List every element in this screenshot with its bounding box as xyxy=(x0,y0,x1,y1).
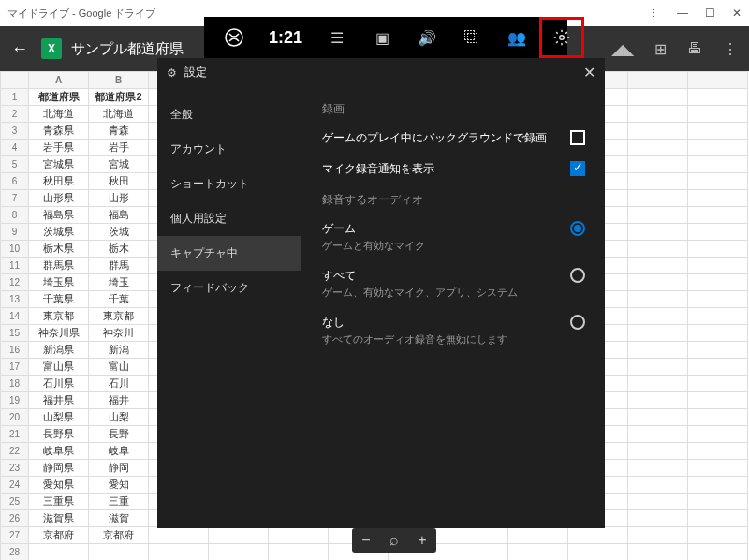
radio-sublabel: すべてのオーディオ録音を無効にします xyxy=(322,332,567,346)
capture-icon[interactable]: ▣ xyxy=(360,17,404,58)
back-arrow-icon[interactable]: ← xyxy=(11,39,28,59)
sheets-app-icon: X xyxy=(41,38,62,59)
print-icon[interactable]: 🖶 xyxy=(687,40,702,57)
settings-nav-item[interactable]: キャプチャ中 xyxy=(157,236,301,271)
gear-icon: ⚙ xyxy=(167,66,177,80)
overflow-menu-icon[interactable]: ⋮ xyxy=(723,40,738,58)
svg-point-0 xyxy=(226,29,242,46)
radio-option-all[interactable]: すべて ゲーム、有効なマイク、アプリ、システム xyxy=(322,268,588,300)
settings-gear-icon[interactable] xyxy=(539,17,584,58)
settings-nav-item[interactable]: 個人用設定 xyxy=(157,201,301,236)
panel-title: 設定 xyxy=(184,65,583,81)
more-icon[interactable]: ⋮ xyxy=(648,7,658,20)
drive-logo-icon[interactable]: ◢◣ xyxy=(611,40,634,58)
option-mic-notify[interactable]: マイク録音通知を表示 xyxy=(322,161,588,177)
xbox-social-icon[interactable]: 👥 xyxy=(494,17,539,58)
xbox-game-bar: 1:21 ☰ ▣ 🔊 ⿻ 👥 xyxy=(204,17,567,58)
section-audio: 録音するオーディオ xyxy=(322,192,588,208)
game-bar-settings-panel: ⚙ 設定 ✕ 全般アカウントショートカット個人用設定キャプチャ中フィードバック … xyxy=(157,58,605,528)
settings-nav-item[interactable]: ショートカット xyxy=(157,167,301,201)
settings-nav-item[interactable]: フィードバック xyxy=(157,271,301,305)
window-controls: ― ☐ ✕ xyxy=(677,7,742,20)
radio-sublabel: ゲーム、有効なマイク、アプリ、システム xyxy=(322,286,567,300)
radio-label: ゲーム xyxy=(322,221,567,237)
comment-icon[interactable]: ⊞ xyxy=(654,40,667,58)
close-panel-button[interactable]: ✕ xyxy=(583,64,595,81)
clock-time: 1:21 xyxy=(257,17,315,58)
checkbox-checked-icon[interactable] xyxy=(570,161,585,176)
radio-option-game[interactable]: ゲーム ゲームと有効なマイク xyxy=(322,221,588,253)
radio-icon[interactable] xyxy=(570,268,585,283)
panel-header: ⚙ 設定 ✕ xyxy=(157,58,605,88)
radio-selected-icon[interactable] xyxy=(570,221,585,236)
audio-icon[interactable]: 🔊 xyxy=(404,17,449,58)
radio-sublabel: ゲームと有効なマイク xyxy=(322,239,567,253)
zoom-out-button[interactable]: − xyxy=(352,532,380,549)
settings-content: 録画 ゲームのプレイ中にバックグラウンドで録画 マイク録音通知を表示 録音するオ… xyxy=(301,88,605,528)
option-label: ゲームのプレイ中にバックグラウンドで録画 xyxy=(322,130,567,146)
performance-icon[interactable]: ⿻ xyxy=(449,17,494,58)
radio-label: すべて xyxy=(322,268,567,284)
settings-nav-item[interactable]: 全般 xyxy=(157,97,301,132)
zoom-reset-icon[interactable]: ⌕ xyxy=(380,532,408,549)
section-recording: 録画 xyxy=(322,101,588,117)
widgets-menu-icon[interactable]: ☰ xyxy=(315,17,360,58)
radio-option-none[interactable]: なし すべてのオーディオ録音を無効にします xyxy=(322,315,588,346)
option-background-record[interactable]: ゲームのプレイ中にバックグラウンドで録画 xyxy=(322,130,588,146)
radio-label: なし xyxy=(322,315,567,331)
close-window-button[interactable]: ✕ xyxy=(732,7,742,20)
radio-icon[interactable] xyxy=(570,315,585,330)
xbox-icon[interactable] xyxy=(212,17,257,58)
settings-nav-item[interactable]: アカウント xyxy=(157,132,301,167)
maximize-button[interactable]: ☐ xyxy=(705,7,715,20)
svg-point-1 xyxy=(560,36,565,40)
zoom-in-button[interactable]: + xyxy=(408,532,436,549)
minimize-button[interactable]: ― xyxy=(677,7,688,20)
settings-nav: 全般アカウントショートカット個人用設定キャプチャ中フィードバック xyxy=(157,88,301,528)
checkbox-icon[interactable] xyxy=(570,130,585,145)
option-label: マイク録音通知を表示 xyxy=(322,161,567,177)
zoom-control: − ⌕ + xyxy=(352,528,436,553)
